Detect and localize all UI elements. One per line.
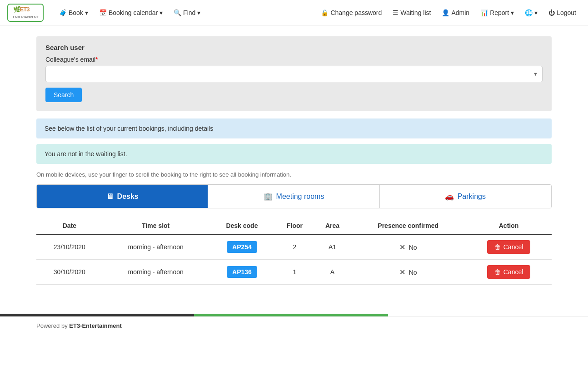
col-area: Area (314, 217, 351, 234)
tab-parkings-label: Parkings (458, 192, 486, 201)
nav-change-password[interactable]: 🔒 Change password (316, 5, 386, 20)
parkings-icon: 🚗 (445, 192, 454, 201)
nav-find-label: Find (183, 9, 195, 16)
mobile-note: On mobile devices, use your finger to sc… (36, 171, 552, 178)
language-icon: 🌐 (525, 9, 533, 16)
nav-language[interactable]: 🌐 ▾ (520, 5, 542, 20)
calendar-icon: 📅 (99, 9, 107, 16)
nav-booking-calendar[interactable]: 📅 Booking calendar ▾ (95, 5, 167, 20)
tab-meeting-rooms-label: Meeting rooms (276, 192, 324, 201)
x-icon: ✕ (399, 268, 405, 276)
nav-logout-label: Logout (557, 9, 576, 16)
cell-floor: 2 (275, 234, 314, 260)
col-desk-code: Desk code (209, 217, 275, 234)
colleague-email-select[interactable] (45, 66, 543, 82)
nav-waiting-list-label: Waiting list (400, 9, 431, 16)
cell-floor: 1 (275, 260, 314, 285)
tab-meeting-rooms[interactable]: 🏢 Meeting rooms (208, 185, 379, 208)
table-row: 23/10/2020 morning - afternoon AP254 2 A… (36, 234, 552, 260)
table-row: 30/10/2020 morning - afternoon AP136 1 A… (36, 260, 552, 285)
find-dropdown-icon: ▾ (197, 9, 200, 16)
cell-time-slot: morning - afternoon (103, 260, 209, 285)
x-icon: ✕ (399, 243, 405, 251)
person-icon: 👤 (442, 9, 449, 16)
lock-icon: 🔒 (321, 9, 329, 16)
book-icon: 🧳 (59, 9, 67, 16)
cell-presence: ✕ No (350, 234, 466, 260)
tab-parkings[interactable]: 🚗 Parkings (380, 185, 551, 208)
report-dropdown-icon: ▾ (511, 9, 514, 16)
nav-change-password-label: Change password (330, 9, 382, 16)
cell-date: 23/10/2020 (36, 234, 103, 260)
cell-area: A (314, 260, 351, 285)
col-action: Action (466, 217, 552, 234)
nav-report-label: Report (490, 9, 509, 16)
footer: Powered by ET3-Entertainment (0, 316, 588, 335)
brand-logo[interactable]: 🌿ET3ENTERTAINMENT (7, 4, 44, 22)
col-floor: Floor (275, 217, 314, 234)
cell-action: 🗑 Cancel (466, 260, 552, 285)
col-presence: Presence confirmed (350, 217, 466, 234)
tab-desks-label: Desks (117, 192, 139, 201)
list-icon: ☰ (393, 9, 399, 16)
footer-brand: ET3-Entertainment (69, 322, 122, 329)
desk-badge: AP136 (227, 266, 257, 278)
trash-icon: 🗑 (494, 268, 501, 276)
nav-admin[interactable]: 👤 Admin (437, 5, 474, 20)
desk-badge: AP254 (227, 241, 257, 253)
report-icon: 📊 (480, 9, 488, 16)
tab-desks[interactable]: 🖥 Desks (37, 185, 208, 208)
nav-book[interactable]: 🧳 Book ▾ (55, 5, 93, 20)
booking-calendar-dropdown-icon: ▾ (159, 9, 163, 16)
trash-icon: 🗑 (494, 243, 501, 251)
nav-report[interactable]: 📊 Report ▾ (476, 5, 518, 20)
meeting-rooms-icon: 🏢 (264, 192, 273, 201)
email-field-label: Colleague's email* (45, 56, 543, 63)
booking-tabs: 🖥 Desks 🏢 Meeting rooms 🚗 Parkings (36, 184, 552, 208)
nav-waiting-list[interactable]: ☰ Waiting list (388, 5, 435, 20)
cell-time-slot: morning - afternoon (103, 234, 209, 260)
bookings-table: Date Time slot Desk code Floor Area Pres… (36, 217, 552, 285)
email-select-wrap (45, 66, 543, 82)
search-button[interactable]: Search (45, 88, 82, 102)
required-marker: * (95, 56, 98, 63)
col-date: Date (36, 217, 103, 234)
cell-area: A1 (314, 234, 351, 260)
nav-booking-calendar-label: Booking calendar (109, 9, 158, 16)
nav-admin-label: Admin (451, 9, 469, 16)
waiting-list-banner: You are not in the waiting list. (36, 144, 552, 164)
search-user-title: Search user (45, 44, 543, 51)
tab-divider-3 (551, 185, 551, 208)
cancel-button-row-1[interactable]: 🗑 Cancel (487, 265, 531, 279)
cell-action: 🗑 Cancel (466, 234, 552, 260)
cell-desk-code: AP136 (209, 260, 275, 285)
logout-icon: ⏻ (548, 9, 555, 16)
book-dropdown-icon: ▾ (85, 9, 88, 16)
cell-presence: ✕ No (350, 260, 466, 285)
search-user-card: Search user Colleague's email* Search (36, 36, 552, 111)
cell-date: 30/10/2020 (36, 260, 103, 285)
nav-left: 🧳 Book ▾ 📅 Booking calendar ▾ 🔍 Find ▾ (55, 5, 205, 20)
language-dropdown-icon: ▾ (534, 9, 538, 16)
col-time-slot: Time slot (103, 217, 209, 234)
main-content: Search user Colleague's email* Search Se… (0, 25, 588, 296)
find-icon: 🔍 (174, 9, 181, 16)
navbar: 🌿ET3ENTERTAINMENT 🧳 Book ▾ 📅 Booking cal… (0, 0, 588, 25)
nav-logout[interactable]: ⏻ Logout (544, 5, 581, 20)
nav-right: 🔒 Change password ☰ Waiting list 👤 Admin… (316, 5, 581, 20)
nav-book-label: Book (69, 9, 83, 16)
cancel-button-row-0[interactable]: 🗑 Cancel (487, 240, 531, 254)
info-banner: See below the list of your current booki… (36, 118, 552, 138)
desks-icon: 🖥 (106, 192, 114, 201)
nav-find[interactable]: 🔍 Find ▾ (169, 5, 205, 20)
cell-desk-code: AP254 (209, 234, 275, 260)
